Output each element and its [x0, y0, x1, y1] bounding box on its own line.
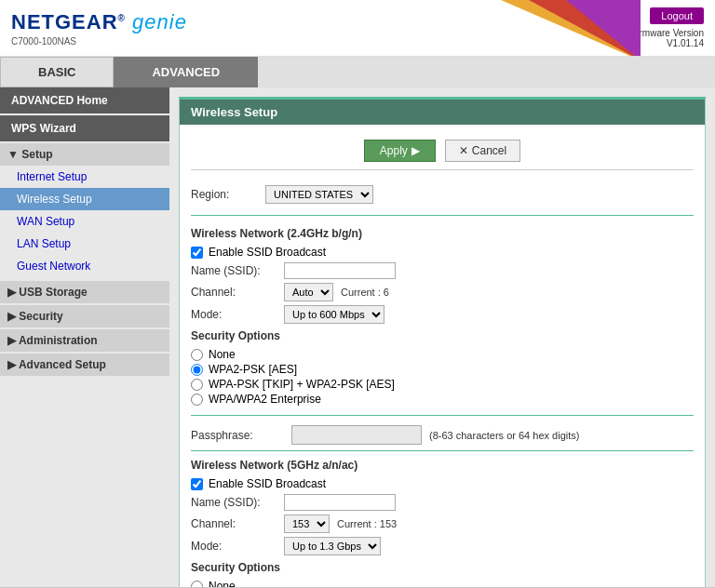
ssid-name-24-input[interactable] [284, 262, 396, 279]
logout-button[interactable]: Logout [650, 7, 704, 24]
genie-text: genie [132, 10, 187, 33]
security-wpa2-24-radio[interactable] [191, 364, 203, 376]
channel-5-label: Channel: [191, 517, 284, 530]
channel-24-row: Channel: Auto Current : 6 [191, 283, 694, 301]
sidebar-item-guest-network[interactable]: Guest Network [0, 255, 169, 277]
mode-5-row: Mode: Up to 1.3 Gbps [191, 537, 694, 555]
region-section: Region: UNITED STATES [191, 178, 694, 216]
sidebar-item-advanced-home[interactable]: ADVANCED Home [0, 87, 169, 114]
security-none-5-label: None [209, 580, 236, 587]
content-title: Wireless Setup [180, 100, 705, 125]
region-select[interactable]: UNITED STATES [265, 185, 373, 204]
logo-area: NETGEAR® genie C7000-100NAS [11, 10, 187, 47]
passphrase-24-input[interactable] [291, 425, 422, 445]
apply-arrow-icon: ▶ [411, 144, 420, 157]
action-bar: Apply ▶ ✕ Cancel [191, 132, 694, 170]
security-enterprise-24-label: WPA/WPA2 Enterprise [209, 393, 321, 406]
security-none-5-radio[interactable] [191, 581, 203, 588]
cancel-button[interactable]: ✕ Cancel [445, 140, 520, 162]
mode-5-select[interactable]: Up to 1.3 Gbps [284, 537, 381, 555]
mode-24-label: Mode: [191, 308, 284, 321]
sidebar-section-security[interactable]: ▶ Security [0, 305, 169, 327]
sidebar-section-advanced-setup[interactable]: ▶ Advanced Setup [0, 354, 169, 376]
ssid-broadcast-24-checkbox[interactable] [191, 247, 203, 259]
header-right: Logout Firmware Version V1.01.14 [631, 7, 704, 48]
tab-bar: BASIC ADVANCED [0, 57, 715, 87]
ssid-name-5-row: Name (SSID): [191, 494, 694, 511]
security-none-5-row: None [191, 580, 694, 587]
security-none-24-label: None [209, 348, 236, 361]
ssid-name-5-label: Name (SSID): [191, 496, 284, 509]
mode-5-label: Mode: [191, 540, 284, 553]
wireless-24-title: Wireless Network (2.4GHz b/g/n) [191, 227, 694, 240]
channel-24-current: Current : 6 [341, 287, 389, 298]
channel-24-label: Channel: [191, 286, 284, 299]
channel-5-select[interactable]: 153 [284, 514, 330, 533]
channel-24-select[interactable]: Auto [284, 283, 333, 301]
security-24-title: Security Options [191, 329, 694, 342]
sidebar-section-usb[interactable]: ▶ USB Storage [0, 281, 169, 303]
sidebar-item-wireless-setup[interactable]: Wireless Setup [0, 188, 169, 210]
apply-button[interactable]: Apply ▶ [364, 140, 436, 162]
security-wpa-tkip-24-radio[interactable] [191, 379, 203, 391]
header: NETGEAR® genie C7000-100NAS Logout Firmw… [0, 0, 715, 57]
header-decoration [501, 0, 641, 57]
security-wpa2-24-row: WPA2-PSK [AES] [191, 363, 694, 376]
wireless-setup-box: Wireless Setup Apply ▶ ✕ Cancel [179, 97, 706, 587]
ssid-broadcast-24-label: Enable SSID Broadcast [209, 246, 326, 259]
security-5-title: Security Options [191, 561, 694, 574]
brand-registered: ® [118, 12, 126, 22]
wireless-5-section: Wireless Network (5GHz a/n/ac) Enable SS… [191, 451, 694, 587]
region-row: Region: UNITED STATES [191, 185, 694, 204]
sidebar-section-administration[interactable]: ▶ Administration [0, 329, 169, 352]
security-enterprise-24-radio[interactable] [191, 394, 203, 406]
passphrase-24-hint: (8-63 characters or 64 hex digits) [429, 430, 579, 441]
model-number: C7000-100NAS [11, 36, 187, 47]
sidebar-item-lan-setup[interactable]: LAN Setup [0, 233, 169, 255]
security-wpa-tkip-24-row: WPA-PSK [TKIP] + WPA2-PSK [AES] [191, 378, 694, 391]
ssid-broadcast-24-row: Enable SSID Broadcast [191, 246, 694, 259]
tab-advanced[interactable]: ADVANCED [114, 57, 258, 87]
ssid-name-5-input[interactable] [284, 494, 396, 511]
wireless-24-section: Wireless Network (2.4GHz b/g/n) Enable S… [191, 220, 694, 416]
region-label: Region: [191, 188, 265, 201]
channel-5-row: Channel: 153 Current : 153 [191, 514, 694, 533]
ssid-broadcast-5-checkbox[interactable] [191, 478, 203, 490]
passphrase-24-label: Passphrase: [191, 429, 284, 442]
ssid-name-24-row: Name (SSID): [191, 262, 694, 279]
sidebar: ADVANCED Home WPS Wizard ▼ Setup Interne… [0, 87, 169, 587]
security-none-24-row: None [191, 348, 694, 361]
security-wpa-tkip-24-label: WPA-PSK [TKIP] + WPA2-PSK [AES] [209, 378, 395, 391]
content-inner: Apply ▶ ✕ Cancel Region: UNITED STATES [180, 125, 705, 587]
security-none-24-radio[interactable] [191, 349, 203, 361]
security-enterprise-24-row: WPA/WPA2 Enterprise [191, 393, 694, 406]
netgear-logo: NETGEAR® genie [11, 10, 187, 34]
ssid-broadcast-5-row: Enable SSID Broadcast [191, 477, 694, 490]
tab-basic[interactable]: BASIC [0, 57, 114, 87]
content-area: Wireless Setup Apply ▶ ✕ Cancel [169, 87, 715, 587]
sidebar-item-wan-setup[interactable]: WAN Setup [0, 210, 169, 233]
mode-24-row: Mode: Up to 600 Mbps [191, 305, 694, 324]
sidebar-item-internet-setup[interactable]: Internet Setup [0, 166, 169, 188]
wireless-5-title: Wireless Network (5GHz a/n/ac) [191, 459, 694, 472]
mode-24-select[interactable]: Up to 600 Mbps [284, 305, 384, 324]
main-layout: ADVANCED Home WPS Wizard ▼ Setup Interne… [0, 87, 715, 587]
sidebar-section-setup[interactable]: ▼ Setup [0, 143, 169, 166]
channel-5-current: Current : 153 [337, 518, 397, 529]
brand-name: NETGEAR [11, 10, 118, 33]
ssid-broadcast-5-label: Enable SSID Broadcast [209, 477, 326, 490]
ssid-name-24-label: Name (SSID): [191, 264, 284, 277]
cancel-x-icon: ✕ [459, 144, 468, 157]
firmware-info: Firmware Version V1.01.14 [631, 28, 704, 48]
security-wpa2-24-label: WPA2-PSK [AES] [209, 363, 297, 376]
sidebar-item-wps[interactable]: WPS Wizard [0, 115, 169, 141]
passphrase-24-row: Passphrase: (8-63 characters or 64 hex d… [191, 420, 694, 451]
